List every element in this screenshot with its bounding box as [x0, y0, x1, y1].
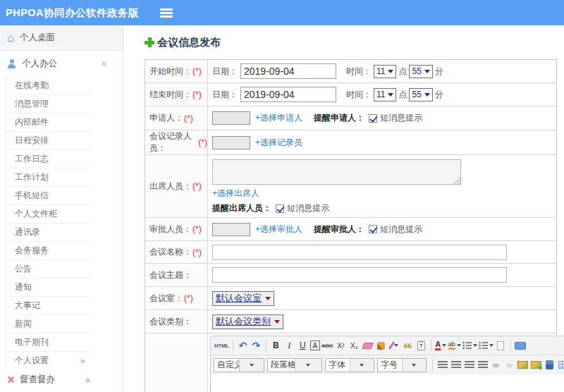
select-attendees-link[interactable]: +选择出席人	[212, 188, 259, 200]
dropdown-arrow-icon	[424, 93, 430, 97]
eraser-icon[interactable]	[362, 338, 374, 353]
sidebar-item-attendance[interactable]: 在线考勤	[6, 76, 90, 94]
strikethrough-icon[interactable]: ABC	[321, 338, 333, 353]
fullscreen-icon[interactable]	[515, 338, 527, 353]
form-row-meeting-topic: 会议主题：	[145, 264, 556, 287]
hamburger-menu-icon[interactable]	[160, 8, 173, 18]
format-wand-icon[interactable]	[388, 338, 400, 353]
html-source-button[interactable]: HTML	[214, 338, 229, 353]
sidebar-item-notice[interactable]: 通知	[6, 278, 90, 296]
italic-icon[interactable]: I	[283, 338, 295, 353]
remind-applicant-label: 提醒申请人：	[314, 112, 364, 124]
sidebar-item-schedule[interactable]: 日程安排	[6, 131, 90, 149]
brush-icon[interactable]	[375, 338, 387, 353]
recorder-input[interactable]	[212, 136, 250, 149]
required-mark: (*)	[198, 137, 207, 147]
page-title-text: 会议信息发布	[157, 36, 221, 49]
start-minute-select[interactable]: 55	[409, 65, 432, 78]
align-justify-icon[interactable]	[477, 358, 489, 372]
sidebar-item-sms[interactable]: 手机短信	[6, 186, 90, 204]
sms-remind-checkbox[interactable]	[276, 204, 284, 213]
toolbar-separator	[233, 340, 233, 351]
end-date-input[interactable]	[240, 87, 336, 102]
select-recorder-link[interactable]: +选择记录员	[255, 137, 302, 149]
sidebar-item-messages[interactable]: 消息管理	[6, 94, 90, 113]
bold-icon[interactable]: B	[270, 338, 282, 353]
paragraph-format-select[interactable]: 段落格式	[267, 358, 322, 372]
sidebar-item-memorabilia[interactable]: 大事记	[6, 296, 90, 314]
align-center-icon[interactable]	[450, 358, 462, 372]
editor-toolbar-row2: 自定义标题 段落格式 字体 字号 ∞ ∞	[211, 355, 564, 374]
paste-icon[interactable]: T	[415, 338, 427, 353]
insert-table-icon[interactable]	[557, 358, 564, 372]
crossing-arrows-icon	[6, 375, 15, 384]
insert-image-icon[interactable]	[517, 358, 529, 372]
sidebar-item-internal-mail[interactable]: 内部邮件	[6, 113, 90, 131]
meeting-topic-input[interactable]	[212, 267, 507, 283]
dropdown-arrow-icon	[388, 70, 393, 73]
attendees-textarea[interactable]	[212, 159, 461, 185]
upload-image-icon[interactable]	[530, 358, 542, 372]
meeting-name-input[interactable]	[212, 245, 507, 260]
insert-media-icon[interactable]	[544, 358, 556, 372]
blockquote-icon[interactable]: 66	[402, 338, 414, 353]
date-label: 日期：	[212, 89, 238, 101]
custom-title-select[interactable]: 自定义标题	[214, 358, 264, 372]
ordered-list-icon[interactable]	[462, 338, 477, 353]
start-hour-select[interactable]: 11	[374, 65, 396, 78]
page-title: 会议信息发布	[145, 34, 564, 51]
sidebar-item-contacts[interactable]: 通讯录	[6, 223, 90, 241]
meeting-category-select[interactable]: 默认会议类别	[212, 314, 283, 329]
form-row-meeting-name: 会议名称：(*)	[145, 241, 556, 264]
redo-icon[interactable]: ↷	[250, 338, 262, 353]
underline-icon[interactable]: U	[297, 338, 309, 353]
highlight-icon[interactable]: ab	[448, 338, 461, 353]
dropdown-arrow-icon	[265, 297, 271, 300]
sidebar-item-personal-office[interactable]: 个人办公 »	[0, 51, 123, 76]
sidebar-item-meeting-service[interactable]: 会务服务	[6, 241, 90, 259]
editor-content-area[interactable]	[211, 374, 564, 392]
date-label: 日期：	[212, 66, 238, 78]
sidebar-item-work-log[interactable]: 工作日志	[6, 149, 90, 168]
meeting-room-select[interactable]: 默认会议室	[212, 291, 274, 306]
applicant-input[interactable]	[212, 111, 250, 125]
select-applicant-link[interactable]: +选择申请人	[255, 112, 302, 124]
superscript-icon[interactable]: X²	[335, 338, 347, 353]
sidebar-item-desktop[interactable]: ⌂ 个人桌面	[0, 25, 123, 51]
sidebar-item-file-cabinet[interactable]: 个人文件柜	[6, 204, 90, 223]
sidebar-item-e-journal[interactable]: 电子期刊	[6, 333, 90, 351]
rich-text-editor: HTML ↶ ↷ B I U A ABC X² X₂	[210, 336, 564, 392]
insert-link-icon[interactable]: ∞	[490, 358, 502, 372]
font-style-icon[interactable]: A	[310, 341, 320, 350]
sms-remind-checkbox[interactable]	[369, 225, 377, 233]
font-size-select[interactable]: 字号	[377, 358, 427, 372]
sidebar-item-news[interactable]: 新闻	[6, 314, 90, 333]
end-hour-select[interactable]: 11	[374, 88, 396, 102]
font-family-select[interactable]: 字体	[325, 358, 374, 372]
sms-remind-checkbox[interactable]	[369, 114, 377, 123]
undo-icon[interactable]: ↶	[237, 338, 249, 353]
sidebar-item-work-plan[interactable]: 工作计划	[6, 168, 90, 186]
hour-unit: 点	[398, 89, 407, 101]
sidebar: ⌂ 个人桌面 个人办公 » 在线考勤 消息管理 内部邮件 日程安排 工作日志 工…	[0, 25, 123, 392]
new-page-icon[interactable]	[495, 338, 507, 353]
start-date-input[interactable]	[240, 63, 336, 79]
align-left-icon[interactable]	[436, 358, 448, 372]
subscript-icon[interactable]: X₂	[348, 338, 360, 353]
form-row-meeting-room: 会议室：(*) 默认会议室	[145, 287, 556, 310]
select-approver-link[interactable]: +选择审批人	[255, 223, 302, 235]
align-right-icon[interactable]	[463, 358, 475, 372]
main-content: 会议信息发布 开始时间：(*) 日期： 时间： 11 点 55 分 结束时间：(…	[123, 25, 564, 392]
sidebar-item-supervision[interactable]: 督查督办 »	[0, 369, 123, 389]
sidebar-item-label: 个人办公	[22, 58, 57, 70]
font-color-icon[interactable]: A	[435, 338, 447, 353]
sidebar-item-announcement[interactable]: 公告	[6, 259, 90, 278]
toolbar-separator	[266, 340, 266, 351]
end-minute-select[interactable]: 55	[409, 88, 432, 102]
sidebar-item-personal-settings[interactable]: 个人设置 »	[6, 351, 90, 369]
unordered-list-icon[interactable]	[479, 338, 494, 353]
required-mark: (*)	[192, 224, 202, 234]
remove-link-icon[interactable]: ∞	[503, 358, 515, 372]
approver-input[interactable]	[212, 223, 250, 236]
toolbar-separator	[431, 340, 431, 351]
